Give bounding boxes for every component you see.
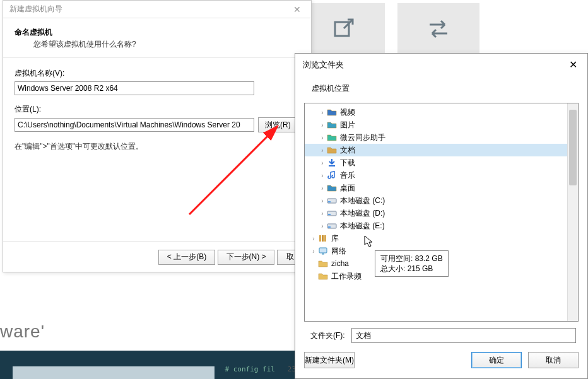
chevron-right-icon[interactable]: › bbox=[319, 109, 326, 116]
tree-item-label: 桌面 bbox=[340, 183, 355, 194]
chevron-right-icon[interactable]: › bbox=[310, 235, 317, 242]
tree-item-label: 音乐 bbox=[340, 170, 355, 181]
wizard-header: 命名虚拟机 您希望该虚拟机使用什么名称? bbox=[3, 18, 311, 58]
vm-location-label: 位置(L): bbox=[15, 104, 300, 115]
tree-item-label: 文档 bbox=[340, 145, 355, 156]
tree-item-lib[interactable]: ›库 bbox=[305, 232, 578, 245]
tree-item-disk-9[interactable]: ›本地磁盘 (E:) bbox=[305, 219, 578, 232]
browse-title-text: 浏览文件夹 bbox=[303, 59, 344, 71]
browse-footer: 新建文件夹(M) 确定 取消 bbox=[295, 344, 587, 378]
chevron-right-icon[interactable]: › bbox=[319, 210, 326, 217]
chevron-right-icon[interactable]: › bbox=[319, 172, 326, 179]
tree-item-doc[interactable]: ›文档 bbox=[305, 144, 578, 156]
browse-titlebar: 浏览文件夹 ✕ bbox=[295, 54, 587, 74]
svg-rect-9 bbox=[322, 235, 324, 242]
tree-item-down[interactable]: ›下载 bbox=[305, 156, 578, 169]
terminal-strip: # config fil 23 pad 24 bbox=[0, 351, 303, 379]
cancel-button[interactable]: 取消 bbox=[528, 352, 579, 368]
wizard-titlebar: 新建虚拟机向导 ✕ bbox=[3, 1, 311, 18]
vm-name-input[interactable] bbox=[15, 81, 254, 95]
chevron-right-icon[interactable]: › bbox=[319, 185, 326, 192]
wizard-body: 虚拟机名称(V): 位置(L): 浏览(R) 在"编辑">"首选项"中可更改默认… bbox=[3, 58, 311, 162]
lib-icon bbox=[317, 233, 329, 243]
browse-subtitle: 虚拟机位置 bbox=[295, 74, 587, 103]
next-button[interactable]: 下一步(N) > bbox=[218, 250, 274, 265]
tree-item-label: 本地磁盘 (C:) bbox=[340, 195, 385, 206]
svg-rect-11 bbox=[319, 248, 327, 253]
chevron-right-icon[interactable]: › bbox=[319, 122, 326, 129]
music-icon bbox=[326, 170, 338, 180]
disk-icon bbox=[326, 221, 338, 231]
tree-item-disk-7[interactable]: ›本地磁盘 (C:) bbox=[305, 194, 578, 207]
chevron-right-icon[interactable]: › bbox=[310, 248, 317, 255]
tree-item-desk[interactable]: ›桌面 bbox=[305, 182, 578, 194]
browse-folder-dialog: 浏览文件夹 ✕ 虚拟机位置 ›视频›图片›微云同步助手›文档›下载›音乐›桌面›… bbox=[295, 53, 588, 379]
tree-item-label: 网络 bbox=[331, 246, 346, 257]
folder-field-label: 文件夹(F): bbox=[310, 330, 345, 341]
tree-item-pic[interactable]: ›图片 bbox=[305, 119, 578, 131]
new-vm-wizard-dialog: 新建虚拟机向导 ✕ 命名虚拟机 您希望该虚拟机使用什么名称? 虚拟机名称(V):… bbox=[3, 0, 312, 272]
tree-item-label: 工作录频 bbox=[331, 271, 362, 282]
desk-icon bbox=[326, 183, 338, 193]
chevron-right-icon[interactable]: › bbox=[319, 134, 326, 141]
doc-icon bbox=[326, 145, 338, 155]
net-icon bbox=[317, 246, 329, 256]
chevron-right-icon[interactable]: › bbox=[319, 197, 326, 204]
tree-item-label: 本地磁盘 (E:) bbox=[340, 221, 385, 231]
browse-button[interactable]: 浏览(R) bbox=[258, 117, 298, 132]
new-folder-button[interactable]: 新建文件夹(M) bbox=[304, 352, 355, 368]
sync-icon bbox=[326, 132, 338, 143]
back-button[interactable]: < 上一步(B) bbox=[158, 250, 215, 265]
tooltip-free-space: 可用空间: 83.2 GB bbox=[380, 254, 443, 264]
disk-icon bbox=[326, 208, 338, 218]
svg-rect-10 bbox=[324, 235, 326, 242]
tree-item-label: zicha bbox=[331, 259, 349, 268]
folder-icon bbox=[317, 271, 329, 281]
swap-button[interactable] bbox=[397, 3, 479, 54]
open-external-button[interactable] bbox=[303, 3, 385, 54]
close-icon[interactable]: ✕ bbox=[567, 59, 580, 71]
wizard-footer: < 上一步(B) 下一步(N) > 取 bbox=[3, 242, 311, 272]
chevron-right-icon[interactable]: › bbox=[319, 147, 326, 154]
chevron-right-icon[interactable]: › bbox=[319, 160, 326, 166]
folder-tree: ›视频›图片›微云同步助手›文档›下载›音乐›桌面›本地磁盘 (C:)›本地磁盘… bbox=[304, 103, 579, 322]
tree-item-label: 本地磁盘 (D:) bbox=[340, 208, 385, 219]
brand-fragment: ware' bbox=[0, 322, 45, 342]
tree-item-disk-8[interactable]: ›本地磁盘 (D:) bbox=[305, 207, 578, 219]
tree-item-label: 图片 bbox=[340, 120, 355, 131]
tree-item-label: 下载 bbox=[340, 158, 355, 168]
drive-tooltip: 可用空间: 83.2 GB 总大小: 215 GB bbox=[375, 250, 449, 277]
vm-name-label: 虚拟机名称(V): bbox=[15, 68, 300, 79]
tree-item-label: 视频 bbox=[340, 107, 355, 118]
tooltip-total-size: 总大小: 215 GB bbox=[380, 264, 443, 274]
tree-item-sync[interactable]: ›微云同步助手 bbox=[305, 131, 578, 144]
svg-rect-7 bbox=[328, 226, 331, 228]
folder-field-row: 文件夹(F): bbox=[295, 322, 587, 344]
tree-item-video[interactable]: ›视频 bbox=[305, 106, 578, 119]
tree-item-label: 微云同步助手 bbox=[340, 132, 385, 143]
wizard-hint: 在"编辑">"首选项"中可更改默认位置。 bbox=[15, 141, 300, 152]
pic-icon bbox=[326, 120, 338, 130]
wizard-heading: 命名虚拟机 bbox=[15, 27, 300, 38]
folder-icon bbox=[317, 259, 329, 269]
ok-button[interactable]: 确定 bbox=[471, 352, 522, 368]
video-icon bbox=[326, 107, 338, 117]
tree-item-music[interactable]: ›音乐 bbox=[305, 169, 578, 182]
svg-rect-5 bbox=[328, 214, 331, 215]
svg-rect-8 bbox=[319, 235, 321, 242]
vm-location-input[interactable] bbox=[15, 118, 254, 132]
tree-item-label: 库 bbox=[331, 233, 339, 244]
close-icon[interactable]: ✕ bbox=[290, 4, 305, 15]
wizard-title-text: 新建虚拟机向导 bbox=[9, 4, 62, 15]
background-toolbar bbox=[303, 3, 479, 54]
svg-rect-3 bbox=[328, 201, 331, 202]
disk-icon bbox=[326, 195, 338, 206]
chevron-right-icon[interactable]: › bbox=[319, 223, 326, 230]
wizard-subheading: 您希望该虚拟机使用什么名称? bbox=[15, 39, 300, 50]
down-icon bbox=[326, 158, 338, 168]
folder-field-input[interactable] bbox=[351, 328, 576, 343]
scrollbar[interactable] bbox=[567, 103, 578, 321]
